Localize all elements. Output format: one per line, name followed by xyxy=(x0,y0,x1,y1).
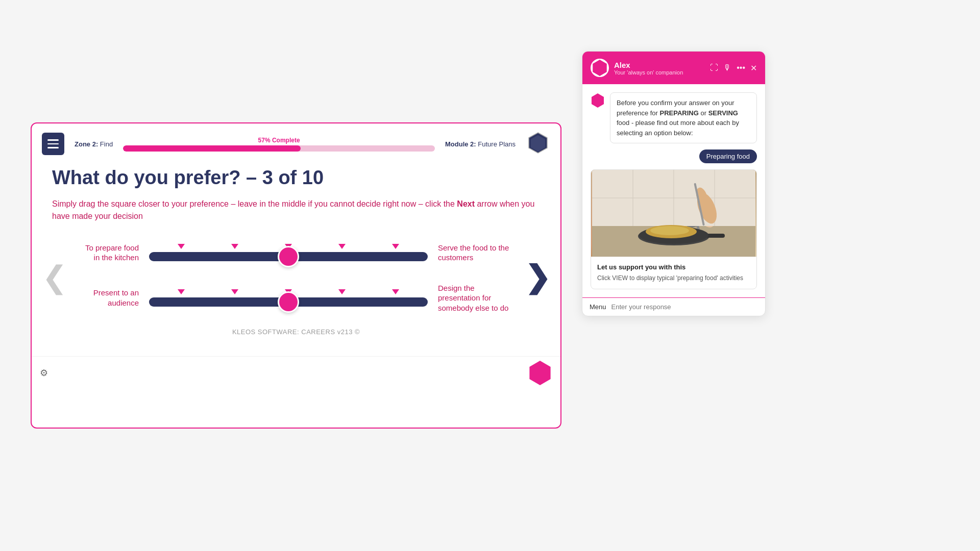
nav-back-button[interactable]: ❮ xyxy=(42,262,67,293)
svg-point-19 xyxy=(650,226,689,235)
bot-avatar-hex xyxy=(591,93,605,108)
chat-body: Before you confirm your answer on your p… xyxy=(582,84,765,297)
tick xyxy=(178,289,185,294)
bot-bubble: Before you confirm your answer on your p… xyxy=(610,92,757,143)
preparing-food-tag[interactable]: Preparing food xyxy=(699,149,757,163)
more-icon[interactable]: ••• xyxy=(737,63,745,72)
menu-button[interactable] xyxy=(42,133,64,155)
chat-input[interactable] xyxy=(611,303,758,311)
expand-icon[interactable]: ⛶ xyxy=(710,63,718,72)
tick xyxy=(338,289,346,294)
branding-text: KLEOS SOFTWARE: CAREERS xyxy=(232,328,335,336)
chat-image-card: Let us support you with this Click VIEW … xyxy=(591,169,757,289)
slider-1-right-label: Serve the food to the customers xyxy=(438,243,509,263)
slider-1-left-label: To prepare food in the kitchen xyxy=(83,243,139,263)
chat-info-section: Let us support you with this Click VIEW … xyxy=(591,257,756,289)
card-footer: KLEOS SOFTWARE: CAREERS v213 © xyxy=(52,313,540,346)
chat-info-title: Let us support you with this xyxy=(597,263,750,271)
tick xyxy=(178,244,185,249)
chat-header: Alex Your 'always on' companion ⛶ 🎙 ••• … xyxy=(582,52,765,84)
tick xyxy=(231,244,238,249)
chat-info-text: Click VIEW to display typical 'preparing… xyxy=(597,274,750,283)
settings-icon[interactable]: ⚙ xyxy=(40,367,48,379)
hex-icon xyxy=(526,131,550,157)
tick xyxy=(392,244,399,249)
slider-1-track[interactable] xyxy=(149,252,428,261)
header-bar: Zone 2: Find 57% Complete Module 2: Futu… xyxy=(32,123,560,161)
module-label: Module 2: Future Plans xyxy=(445,140,516,148)
tick xyxy=(392,289,399,294)
chat-cooking-image xyxy=(591,170,756,257)
slider-2-left-label: Present to an audience xyxy=(83,288,139,308)
chat-menu-button[interactable]: Menu xyxy=(590,303,606,311)
chat-panel: Alex Your 'always on' companion ⛶ 🎙 ••• … xyxy=(582,51,766,316)
chat-avatar-hex xyxy=(592,60,608,76)
progress-bar-fill xyxy=(123,145,301,152)
slider-section: ❮ ❯ To prepare food in the kitchen xyxy=(52,243,540,313)
slider-1-wrapper xyxy=(149,244,428,261)
zone-label: Zone 2: Find xyxy=(75,140,113,148)
chat-header-icons: ⛶ 🎙 ••• ✕ xyxy=(710,63,757,73)
progress-container: 57% Complete xyxy=(123,137,435,152)
sound-icon[interactable]: 🎙 xyxy=(723,63,731,72)
version-text: v213 © xyxy=(337,328,360,336)
slider-2-wrapper xyxy=(149,289,428,307)
chat-assistant-subtitle: Your 'always on' companion xyxy=(614,69,705,76)
slider-2-track[interactable] xyxy=(149,297,428,307)
question-title: What do you prefer? – 3 of 10 xyxy=(52,166,540,190)
slider-2-right-label: Design the presentation for somebody els… xyxy=(438,283,509,313)
bottom-hex-button[interactable] xyxy=(528,361,552,385)
chat-footer: Menu xyxy=(582,297,765,316)
chat-avatar xyxy=(591,59,609,77)
instruction-text: Simply drag the square closer to your pr… xyxy=(52,198,540,222)
slider-row-1: To prepare food in the kitchen Serve the… xyxy=(83,243,509,263)
tick xyxy=(231,289,238,294)
chat-title: Alex Your 'always on' companion xyxy=(614,61,705,76)
progress-bar-background xyxy=(123,145,435,152)
chat-assistant-name: Alex xyxy=(614,61,705,69)
bottom-bar: ⚙ xyxy=(32,356,560,389)
slider-2-thumb[interactable] xyxy=(278,291,299,313)
main-content: What do you prefer? – 3 of 10 Simply dra… xyxy=(32,161,560,356)
tick xyxy=(338,244,346,249)
progress-label: 57% Complete xyxy=(258,137,300,144)
close-icon[interactable]: ✕ xyxy=(750,63,757,73)
chat-message-bot: Before you confirm your answer on your p… xyxy=(591,92,757,143)
nav-next-button[interactable]: ❯ xyxy=(525,262,550,293)
main-card: Zone 2: Find 57% Complete Module 2: Futu… xyxy=(31,122,561,429)
slider-1-thumb[interactable] xyxy=(278,246,299,267)
slider-row-2: Present to an audience Design the presen… xyxy=(83,283,509,313)
